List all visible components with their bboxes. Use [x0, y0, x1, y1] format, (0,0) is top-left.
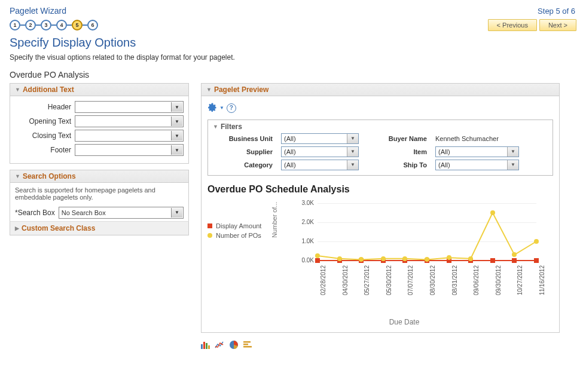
opening-label: Opening Text	[15, 117, 75, 125]
search-options-title: Search Options	[23, 172, 76, 180]
data-point	[381, 256, 386, 261]
buyer-name-label: Buyer Name	[367, 135, 427, 142]
search-options-header[interactable]: ▼ Search Options	[10, 170, 189, 183]
header-select[interactable]	[75, 101, 184, 113]
section-name: Overdue PO Analysis	[10, 70, 576, 79]
y-tick: 0.0K	[292, 257, 314, 264]
search-box-select[interactable]: No Search Box	[59, 207, 184, 219]
step-6[interactable]: 6	[87, 20, 98, 30]
bar-chart-icon[interactable]	[200, 340, 210, 350]
previous-button[interactable]: < Previous	[488, 19, 537, 31]
custom-search-header[interactable]: ▶ Custom Search Class	[10, 221, 189, 235]
data-point	[337, 256, 342, 261]
svg-rect-6	[243, 344, 248, 345]
x-tick: 05/27/2012	[364, 265, 370, 295]
svg-rect-5	[243, 341, 251, 343]
data-point	[402, 256, 407, 261]
svg-rect-1	[203, 342, 205, 349]
data-point	[468, 256, 473, 261]
search-description: Search is supported for homepage pagelet…	[10, 183, 189, 204]
search-box-label: *Search Box	[15, 209, 59, 217]
collapse-icon: ▼	[15, 87, 20, 93]
x-tick: 02/28/2012	[320, 265, 326, 295]
x-tick: 08/30/2012	[429, 265, 436, 295]
x-tick: 09/30/2012	[495, 265, 502, 295]
y-tick: 1.0K	[292, 238, 314, 244]
y-tick: 2.0K	[292, 219, 314, 225]
chart-title: Overdue PO Schedule Analysis	[207, 184, 553, 195]
data-point	[490, 258, 495, 263]
help-icon[interactable]: ?	[227, 103, 236, 113]
step-1[interactable]: 1	[10, 20, 20, 30]
ship-to-label: Ship To	[367, 161, 427, 169]
item-label: Item	[367, 148, 427, 155]
legend-label-1: Number of POs	[216, 232, 261, 239]
expand-icon: ▶	[15, 225, 19, 231]
page-description: Specify the visual options related to th…	[10, 53, 576, 62]
step-circles: 1 2 3 4 5 6	[10, 20, 98, 30]
x-tick: 10/27/2012	[517, 265, 523, 295]
next-button[interactable]: Next >	[539, 19, 576, 31]
supplier-select[interactable]: (All)	[281, 146, 359, 157]
legend-marker-square	[207, 223, 212, 228]
opening-select[interactable]	[75, 115, 184, 127]
footer-select[interactable]	[75, 144, 184, 156]
category-label: Category	[213, 161, 273, 169]
collapse-icon: ▼	[206, 87, 212, 93]
business-unit-label: Business Unit	[213, 135, 273, 142]
footer-label: Footer	[15, 146, 75, 154]
legend-label-0: Display Amount	[216, 222, 261, 229]
filters-header[interactable]: ▼ Filters	[213, 122, 548, 131]
chart-area: Overdue PO Schedule Analysis Display Amo…	[207, 184, 553, 326]
collapse-icon: ▼	[213, 124, 218, 130]
search-box-value: No Search Box	[62, 209, 106, 216]
chart-legend: Display Amount Number of POs	[207, 198, 279, 282]
legend-marker-circle	[207, 233, 212, 238]
filters-panel: ▼ Filters Business Unit (All) Buyer Name…	[207, 120, 553, 176]
additional-text-header[interactable]: ▼ Additional Text	[10, 83, 189, 96]
item-select[interactable]: (All)	[435, 146, 519, 157]
category-select[interactable]: (All)	[281, 160, 359, 170]
gear-icon[interactable]	[207, 102, 217, 114]
closing-label: Closing Text	[15, 131, 75, 140]
x-tick: 09/06/2012	[473, 265, 480, 295]
supplier-label: Supplier	[213, 148, 273, 155]
line-chart-icon[interactable]	[214, 340, 225, 350]
step-3[interactable]: 3	[41, 20, 51, 30]
preview-title: Pagelet Preview	[214, 85, 268, 94]
step-4[interactable]: 4	[56, 20, 67, 30]
svg-rect-7	[243, 346, 252, 348]
closing-select[interactable]	[75, 130, 184, 142]
filters-title-text: Filters	[221, 122, 242, 131]
chart-plot: Number of... 0.0K1.0K2.0K3.0K02/28/20120…	[279, 198, 542, 282]
data-point	[512, 258, 517, 263]
x-tick: 07/07/2012	[407, 265, 414, 295]
y-axis-label: Number of...	[271, 201, 278, 238]
gear-dropdown-arrow[interactable]: ▼	[219, 105, 224, 111]
business-unit-select[interactable]: (All)	[281, 133, 359, 144]
step-2[interactable]: 2	[25, 20, 36, 30]
header-label: Header	[15, 103, 75, 111]
data-point	[359, 257, 364, 262]
additional-text-title: Additional Text	[23, 85, 74, 94]
data-point	[490, 210, 495, 215]
horizontal-bar-chart-icon[interactable]	[243, 340, 254, 350]
custom-search-label: Custom Search Class	[22, 224, 95, 232]
data-point	[534, 239, 539, 244]
preview-header[interactable]: ▼ Pagelet Preview	[201, 83, 560, 96]
x-axis-label: Due Date	[255, 318, 553, 326]
step-indicator: Step 5 of 6	[538, 7, 575, 16]
data-point	[315, 253, 320, 258]
collapse-icon: ▼	[15, 173, 20, 179]
wizard-title[interactable]: Pagelet Wizard	[10, 6, 66, 16]
svg-rect-3	[208, 345, 210, 349]
ship-to-select[interactable]: (All)	[435, 160, 519, 170]
step-5[interactable]: 5	[72, 20, 83, 30]
data-point	[315, 258, 320, 263]
data-point	[425, 257, 429, 262]
data-point	[447, 255, 451, 260]
buyer-name-value: Kenneth Schumacher	[435, 135, 519, 142]
pie-chart-icon[interactable]	[228, 340, 239, 350]
data-point	[534, 258, 539, 263]
svg-rect-2	[206, 343, 207, 349]
